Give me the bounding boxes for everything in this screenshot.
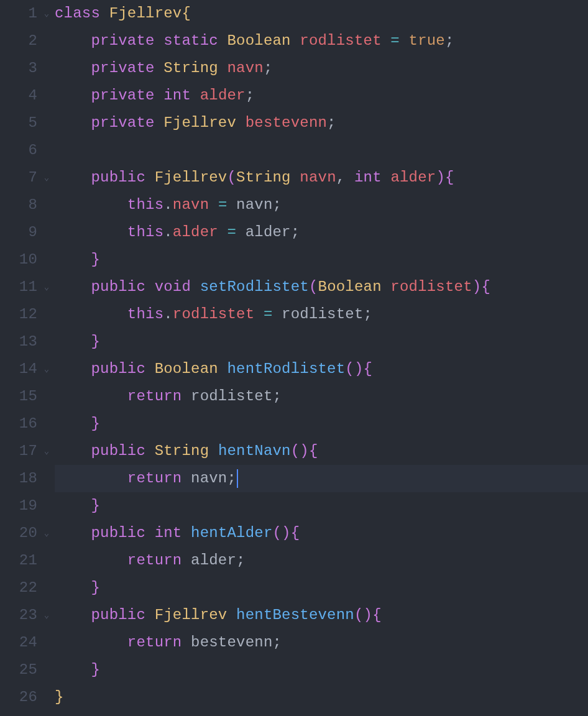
code-line[interactable]: } [55,246,588,273]
semicolon: ; [272,383,282,410]
gutter-line[interactable]: 10 [0,246,41,273]
gutter-line[interactable]: 19 [0,492,41,520]
gutter-line[interactable]: 7⌄ [0,164,41,191]
code-line[interactable] [55,137,588,164]
code-area[interactable]: class Fjellrev{ private static Boolean r… [41,0,588,711]
param-type-int: int [354,164,382,191]
code-line[interactable]: public Fjellrev hentBestevenn(){ [55,602,588,629]
gutter-line[interactable]: 18 [0,465,41,492]
operator-assign: = [264,301,273,328]
code-line[interactable]: return bestevenn; [55,629,588,656]
constructor-name: Fjellrev [155,164,227,191]
paren-open: ( [354,602,364,629]
code-line[interactable]: public Fjellrev(String navn, int alder){ [55,164,588,191]
code-line[interactable]: public String hentNavn(){ [55,438,588,465]
code-line[interactable]: private String navn; [55,55,588,82]
code-line[interactable]: return alder; [55,547,588,574]
line-number: 6 [28,137,37,164]
field-name: rodlistet [173,301,254,328]
brace-close: } [91,492,100,520]
type-name: Boolean [227,27,290,55]
code-line[interactable]: } [55,684,588,711]
gutter-line[interactable]: 21 [0,547,41,574]
code-line[interactable]: public void setRodlistet(Boolean rodlist… [55,273,588,301]
gutter-line[interactable]: 14⌄ [0,356,41,383]
code-line[interactable]: class Fjellrev{ [55,0,588,27]
code-line[interactable]: private static Boolean rodlistet = true; [55,27,588,55]
semicolon: ; [364,301,373,328]
code-line[interactable]: this.navn = navn; [55,191,588,219]
variable: rodlistet [191,383,272,410]
line-number: 1 [28,0,37,27]
comma: , [336,164,346,191]
method-name: hentAlder [191,520,272,547]
code-line[interactable]: } [55,574,588,602]
code-line-active[interactable]: return navn; [55,465,588,492]
gutter-line[interactable]: 25 [0,656,41,684]
keyword-public: public [91,273,145,301]
field-name: alder [200,82,246,109]
gutter-line[interactable]: 9 [0,219,41,246]
keyword-this: this [127,301,163,328]
brace-open: { [309,438,318,465]
keyword-void: void [155,273,191,301]
gutter-line[interactable]: 13 [0,328,41,356]
paren-open: ( [309,273,318,301]
code-line[interactable]: } [55,656,588,684]
brace-open: { [481,273,490,301]
gutter-line[interactable]: 23⌄ [0,602,41,629]
gutter-line[interactable]: 12 [0,301,41,328]
variable: alder [191,547,236,574]
line-number: 14 [19,356,37,383]
code-line[interactable]: this.rodlistet = rodlistet; [55,301,588,328]
code-line[interactable]: return rodlistet; [55,383,588,410]
field-name: navn [227,55,263,82]
gutter-line[interactable]: 22 [0,574,41,602]
gutter-line[interactable]: 16 [0,410,41,438]
gutter-line[interactable]: 24 [0,629,41,656]
gutter-line[interactable]: 8 [0,191,41,219]
semicolon: ; [227,465,236,492]
code-line[interactable]: } [55,328,588,356]
line-number: 7 [28,164,37,191]
field-name: bestevenn [246,109,327,137]
gutter-line[interactable]: 3 [0,55,41,82]
semicolon: ; [272,629,282,656]
gutter-line[interactable]: 5 [0,109,41,137]
gutter-line[interactable]: 1⌄ [0,0,41,27]
brace-close: } [91,656,100,684]
gutter-line[interactable]: 11⌄ [0,273,41,301]
line-number: 13 [19,328,37,356]
brace-open: { [364,356,373,383]
line-number: 25 [19,656,37,684]
code-line[interactable]: public int hentAlder(){ [55,520,588,547]
brace-close: } [91,246,100,273]
gutter-line[interactable]: 20⌄ [0,520,41,547]
code-line[interactable]: private int alder; [55,82,588,109]
operator-assign: = [218,191,227,219]
code-line[interactable]: this.alder = alder; [55,219,588,246]
operator-assign: = [227,219,236,246]
gutter-line[interactable]: 15 [0,383,41,410]
gutter-line[interactable]: 17⌄ [0,438,41,465]
keyword-public: public [91,164,145,191]
line-number: 11 [19,273,37,301]
gutter-line[interactable]: 4 [0,82,41,109]
paren-close: ) [436,164,445,191]
code-line[interactable]: } [55,410,588,438]
code-editor[interactable]: 1⌄ 2 3 4 5 6 7⌄ 8 9 10 11⌄ 12 13 14⌄ 15 … [0,0,588,711]
code-line[interactable]: } [55,492,588,520]
paren-close: ) [354,356,364,383]
code-line[interactable]: private Fjellrev bestevenn; [55,109,588,137]
gutter-line[interactable]: 26 [0,684,41,711]
code-line[interactable]: public Boolean hentRodlistet(){ [55,356,588,383]
gutter-line[interactable]: 6 [0,137,41,164]
return-type: String [155,438,209,465]
brace-close: } [91,410,100,438]
gutter-line[interactable]: 2 [0,27,41,55]
line-number: 16 [19,410,37,438]
semicolon: ; [327,109,336,137]
method-name: setRodlistet [200,273,309,301]
method-name: hentBestevenn [236,602,354,629]
paren-open: ( [273,520,282,547]
